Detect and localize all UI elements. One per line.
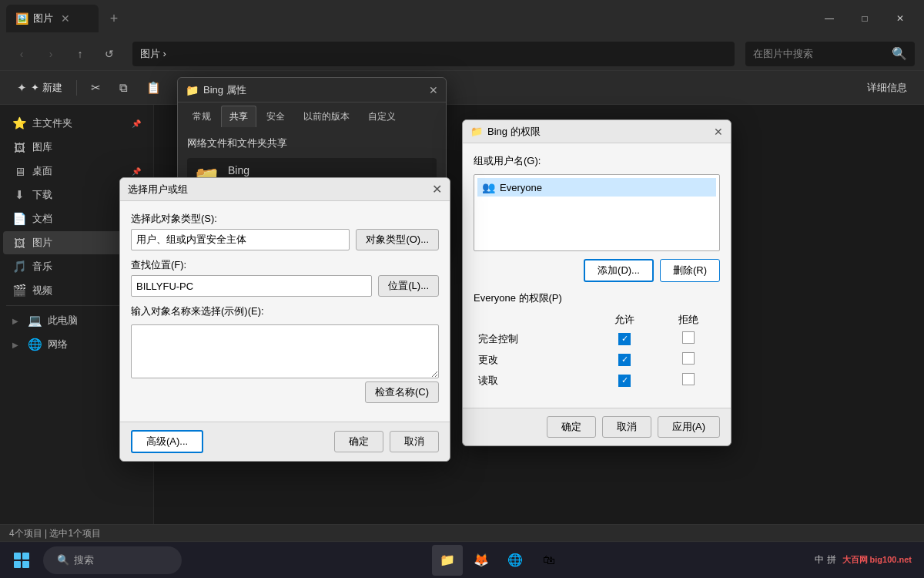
bing-props-title-bar: 📁 Bing 属性 ✕ <box>178 78 446 102</box>
su-location-input[interactable] <box>131 275 372 297</box>
sidebar-label-pictures: 图片 <box>32 236 52 250</box>
perm-allow-change[interactable] <box>593 349 656 370</box>
forward-btn[interactable]: › <box>38 42 63 66</box>
bing-props-title: Bing 属性 <box>203 83 429 97</box>
su-adv-btn[interactable]: 高级(A)... <box>131 430 203 453</box>
close-btn[interactable]: ✕ <box>882 6 918 31</box>
cb-allow-change[interactable] <box>618 354 631 366</box>
search-bar[interactable]: 在图片中搜索 🔍 <box>745 42 915 66</box>
perm-deny-read[interactable] <box>657 370 720 391</box>
taskbar-center: 📁 🦊 🌐 🛍 <box>182 545 815 576</box>
su-obj-type-label: 选择此对象类型(S): <box>131 212 439 226</box>
taskbar-search-icon: 🔍 <box>57 554 69 566</box>
title-bar: 🖼️ 图片 ✕ + — □ ✕ <box>0 0 924 37</box>
adv-share-close-btn[interactable]: ✕ <box>714 126 723 138</box>
perm-row-change: 更改 <box>474 349 720 370</box>
toolbar-sep-1 <box>76 80 77 96</box>
minimize-btn[interactable]: — <box>812 6 847 31</box>
status-text: 4个项目 | 选中1个项目 <box>9 527 101 540</box>
su-check-name-btn[interactable]: 检查名称(C) <box>365 381 439 403</box>
perm-deny-fullcontrol[interactable] <box>657 328 720 349</box>
tab-prev-versions[interactable]: 以前的版本 <box>295 106 358 127</box>
folder-name-text: Bing <box>228 164 256 176</box>
su-obj-type-btn[interactable]: 对象类型(O)... <box>356 229 439 250</box>
adv-cancel-btn[interactable]: 取消 <box>602 416 651 438</box>
tab-custom[interactable]: 自定义 <box>360 106 404 127</box>
cb-deny-change[interactable] <box>682 352 695 365</box>
sidebar-label-home: 主文件夹 <box>32 116 72 130</box>
tab-security[interactable]: 安全 <box>258 106 293 127</box>
store-icon: 🛍 <box>543 553 555 567</box>
search-icon: 🔍 <box>892 46 907 61</box>
expand-icon-thispc: ▶ <box>12 317 18 325</box>
explorer-taskbar-icon: 📁 <box>440 553 455 567</box>
adv-apply-btn[interactable]: 应用(A) <box>658 416 720 438</box>
su-location-btn[interactable]: 位置(L)... <box>378 275 439 297</box>
taskbar-browser2-icon[interactable]: 🌐 <box>500 545 531 576</box>
su-name-textarea[interactable] <box>131 324 439 378</box>
tab-general[interactable]: 常规 <box>184 106 219 127</box>
perm-allow-read[interactable] <box>593 370 656 391</box>
tab-share[interactable]: 共享 <box>221 106 256 127</box>
su-ok-btn[interactable]: 确定 <box>334 431 383 452</box>
taskbar-browser1-icon[interactable]: 🦊 <box>466 545 497 576</box>
sidebar-item-gallery[interactable]: 🖼 图库 <box>3 136 150 159</box>
details-btn[interactable]: 详细信息 <box>859 76 915 100</box>
adv-share-title-bar: 📁 Bing 的权限 ✕ <box>463 120 731 143</box>
status-bar: 4个项目 | 选中1个项目 <box>0 524 924 543</box>
cb-allow-fullcontrol[interactable] <box>618 333 631 345</box>
bing-props-dialog-icon: 📁 <box>186 84 199 96</box>
su-obj-type-input[interactable] <box>131 229 350 250</box>
home-icon: ⭐ <box>12 116 26 130</box>
browser2-icon: 🌐 <box>507 553 523 567</box>
paste-icon: 📋 <box>146 81 161 95</box>
perm-allow-fullcontrol[interactable] <box>593 328 656 349</box>
everyone-user-item[interactable]: 👥 Everyone <box>477 178 716 197</box>
adv-ok-btn[interactable]: 确定 <box>547 416 596 438</box>
cb-deny-fullcontrol[interactable] <box>682 331 695 344</box>
taskbar-right: 中 拼 大百网 big100.net <box>815 553 918 566</box>
taskbar-search[interactable]: 🔍 搜索 <box>43 546 182 574</box>
su-cancel-btn[interactable]: 取消 <box>390 431 439 452</box>
up-btn[interactable]: ↑ <box>68 42 92 66</box>
su-location-input-row: 位置(L)... <box>131 275 439 297</box>
start-btn[interactable] <box>6 545 37 576</box>
adv-remove-btn[interactable]: 删除(R) <box>660 259 720 282</box>
adv-perms-label: Everyone 的权限(P) <box>474 291 720 305</box>
taskbar-explorer-icon[interactable]: 📁 <box>432 545 463 576</box>
adv-share-footer: 确定 取消 应用(A) <box>463 408 731 445</box>
adv-share-title: Bing 的权限 <box>487 125 714 139</box>
taskbar-store-icon[interactable]: 🛍 <box>534 545 564 576</box>
new-btn-label: ✦ 新建 <box>31 81 62 95</box>
refresh-btn[interactable]: ↺ <box>97 42 122 66</box>
cb-allow-read[interactable] <box>618 375 631 387</box>
su-close-btn[interactable]: ✕ <box>432 182 442 197</box>
bing-props-close-btn[interactable]: ✕ <box>429 84 438 96</box>
breadcrumb-bar[interactable]: 图片 › <box>132 42 735 66</box>
copy-icon: ⧉ <box>119 81 128 95</box>
pin-icon-home: 📌 <box>132 119 141 128</box>
back-btn[interactable]: ‹ <box>9 42 34 66</box>
new-tab-btn[interactable]: + <box>102 6 126 31</box>
window-controls: — □ ✕ <box>812 6 918 31</box>
sidebar-item-home[interactable]: ⭐ 主文件夹 📌 <box>3 112 150 135</box>
copy-btn[interactable]: ⧉ <box>112 76 136 100</box>
browser1-icon: 🦊 <box>474 553 489 567</box>
su-obj-type-row: 选择此对象类型(S): 对象类型(O)... <box>131 212 439 250</box>
paste-btn[interactable]: 📋 <box>139 76 169 100</box>
sidebar-label-gallery: 图库 <box>32 140 52 154</box>
tab-close-btn[interactable]: ✕ <box>61 12 70 25</box>
perm-deny-change[interactable] <box>657 349 720 370</box>
su-name-row: 输入对象名称来选择(示例)(E): 检查名称(C) <box>131 304 439 403</box>
adv-add-btn[interactable]: 添加(D)... <box>584 259 654 282</box>
system-tray-text: 中 拼 <box>815 553 835 566</box>
cb-deny-read[interactable] <box>682 373 695 385</box>
details-btn-label: 详细信息 <box>867 81 907 95</box>
explorer-tab[interactable]: 🖼️ 图片 ✕ <box>6 5 99 32</box>
su-content: 选择此对象类型(S): 对象类型(O)... 查找位置(F): 位置(L)...… <box>120 201 450 422</box>
maximize-btn[interactable]: □ <box>847 6 882 31</box>
su-title-bar: 选择用户或组 ✕ <box>120 178 450 201</box>
taskbar-search-label: 搜索 <box>74 553 94 567</box>
new-btn[interactable]: ✦ ✦ 新建 <box>9 76 70 100</box>
cut-btn[interactable]: ✂ <box>83 76 109 100</box>
